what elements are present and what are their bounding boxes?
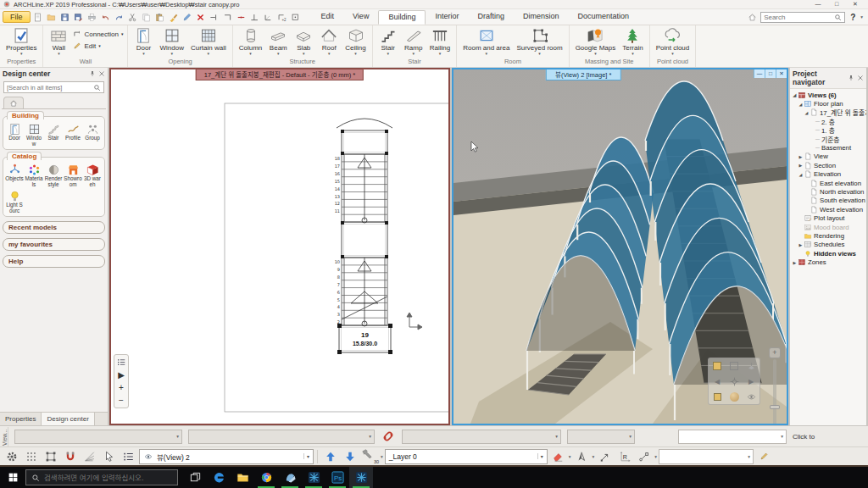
command-combo-1[interactable]: ▾ <box>14 430 182 444</box>
perspective-icon[interactable] <box>726 389 743 404</box>
panel-close-icon[interactable] <box>98 70 105 77</box>
eraser-dropdown-icon[interactable]: ▾ <box>569 454 571 459</box>
search-icon[interactable] <box>834 14 842 21</box>
view-side-tab[interactable]: View... <box>2 427 8 446</box>
print-button[interactable] <box>86 10 99 24</box>
panel-bar-recent-models[interactable]: Recent models <box>3 221 105 234</box>
save-as-button[interactable] <box>72 10 86 24</box>
ribbon-door-button[interactable]: Door▾ <box>131 26 156 56</box>
view-menu-icon[interactable] <box>117 358 126 367</box>
orbit-icon[interactable] <box>726 374 743 389</box>
settings-gear-button[interactable] <box>3 448 20 464</box>
menu-tab-dimension[interactable]: Dimension <box>514 10 569 25</box>
tree-item-zones[interactable]: ▶Zones <box>790 258 866 266</box>
taskbar-app-explorer[interactable] <box>231 467 254 488</box>
ribbon-roof-button[interactable]: Roof▾ <box>316 26 342 56</box>
ribbon-curtain-wall-button[interactable]: Curtain wall▾ <box>187 26 230 56</box>
close-icon[interactable]: ✕ <box>776 69 787 78</box>
new-file-button[interactable] <box>31 10 45 24</box>
active-view-combo[interactable]: 뷰(View) 2 ▾ <box>139 449 314 464</box>
tree-collapsed-arrow-icon[interactable]: ▶ <box>798 154 804 159</box>
edit-tool-button[interactable]: 30 <box>360 448 379 464</box>
tree-item-rendering[interactable]: Rendering <box>790 231 866 240</box>
ribbon-room-and-area-button[interactable]: Room and area▾ <box>459 26 513 56</box>
ribbon-railing-button[interactable]: Railing▾ <box>426 26 453 56</box>
tree-expanded-arrow-icon[interactable]: ◢ <box>798 172 804 177</box>
minimize-icon[interactable]: — <box>754 69 765 78</box>
select-cursor-button[interactable] <box>100 448 118 464</box>
plan-view-icon[interactable] <box>709 389 726 404</box>
tree-item-basement[interactable]: ─Basement <box>790 143 866 152</box>
snap-endpoint-button[interactable] <box>208 10 221 24</box>
format-brush-button[interactable] <box>167 10 181 24</box>
snap-coordinate-button[interactable]: +2 <box>275 10 289 24</box>
ribbon-beam-button[interactable]: Beam▾ <box>265 26 291 56</box>
command-combo-4[interactable]: ▾ <box>567 430 635 444</box>
zoom-in-icon[interactable]: + <box>116 383 127 392</box>
tree-expanded-arrow-icon[interactable]: ◢ <box>804 110 810 115</box>
zoom-handle[interactable] <box>770 405 780 409</box>
open-button[interactable] <box>45 10 58 24</box>
maximize-icon[interactable]: □ <box>827 0 846 8</box>
bottom-tab-design-center[interactable]: Design center <box>42 413 94 425</box>
tree-item-north-elevation[interactable]: North elevation <box>790 187 866 196</box>
floor-plan-canvas[interactable]: 1817161514131211 1098765432 19 15.8/30.0 <box>111 69 448 424</box>
design-center-home-tab[interactable] <box>3 97 24 108</box>
snap-corner-button[interactable] <box>221 10 235 24</box>
tree-item-plot-layout[interactable]: Plot layout <box>790 214 866 222</box>
save-button[interactable] <box>58 10 72 24</box>
command-combo-3[interactable]: ▾ <box>402 430 561 444</box>
pen-style-button[interactable] <box>755 448 773 464</box>
design-center-item-door[interactable]: Door <box>5 123 24 147</box>
taskbar-app-cad-viewer[interactable] <box>278 467 302 488</box>
tree-item-[interactable]: ─기준층 <box>790 135 866 143</box>
ribbon-stair-button[interactable]: Stair▾ <box>376 26 401 56</box>
search-icon[interactable] <box>93 84 101 92</box>
menu-tab-view[interactable]: View <box>343 10 378 25</box>
ribbon-surveyed-room-button[interactable]: Surveyed room▾ <box>513 26 565 56</box>
pin-icon[interactable] <box>89 70 96 77</box>
north-arrow-button[interactable] <box>573 448 591 464</box>
viewport-2d[interactable]: 17_계단 위 돌출지붕_재편집 - Default - 기준층 (0 mm) … <box>109 68 450 425</box>
close-icon[interactable]: ✕ <box>846 0 865 8</box>
tree-collapsed-arrow-icon[interactable]: ▶ <box>798 242 804 247</box>
search-input[interactable] <box>764 14 834 21</box>
tree-item-view[interactable]: ▶View <box>790 152 866 161</box>
shadow-view-icon[interactable] <box>743 358 760 374</box>
task-view-button[interactable] <box>183 467 207 488</box>
design-center-item-profile[interactable]: Profile <box>64 123 82 147</box>
grid-settings-button[interactable] <box>289 10 303 24</box>
tree-item-section[interactable]: ▶Section <box>790 161 866 169</box>
ribbon-point-cloud-button[interactable]: Point cloud▾ <box>653 26 693 56</box>
ribbon-edit-button[interactable]: Edit▾ <box>73 42 123 50</box>
delete-button[interactable] <box>194 10 208 24</box>
taskbar-app-chrome[interactable] <box>254 467 278 488</box>
ribbon-ramp-button[interactable]: Ramp▾ <box>401 26 426 56</box>
zoom-out-icon[interactable]: − <box>116 396 127 405</box>
ribbon-properties-button[interactable]: Properties▾ <box>3 26 40 56</box>
rotate-right-icon[interactable]: ▶ <box>743 374 760 389</box>
tool-dropdown-icon[interactable]: ▾ <box>381 454 383 459</box>
design-center-item-render-style[interactable]: Render style <box>44 164 63 188</box>
design-center-item-objects[interactable]: Objects <box>5 164 24 188</box>
north-dropdown-icon[interactable]: ▾ <box>593 454 595 459</box>
viewport-3d[interactable]: 뷰(View) 2 [Image] * — □ ✕ <box>452 68 788 425</box>
home-icon[interactable] <box>748 13 757 22</box>
snap-midline-button[interactable] <box>235 10 248 24</box>
taskbar-app-archline[interactable] <box>349 467 373 488</box>
snap-angle-button[interactable] <box>262 10 275 24</box>
zoom-in-icon[interactable]: + <box>769 347 781 358</box>
layer-combo[interactable]: _Layer 0 ▾ <box>385 449 548 464</box>
panel-bar-help[interactable]: Help <box>3 255 105 268</box>
taskbar-search-input[interactable] <box>44 474 172 482</box>
design-center-item-showroom[interactable]: Showroom <box>64 164 82 188</box>
floor-up-button[interactable] <box>321 448 339 464</box>
ribbon-ceiling-button[interactable]: Ceiling▾ <box>342 26 369 56</box>
tree-item-elevation[interactable]: ◢Elevation <box>790 170 866 179</box>
design-center-item-light-sourc[interactable]: Light Sourc <box>5 190 24 214</box>
design-center-item-stair[interactable]: Stair <box>44 123 63 147</box>
guide-lines-button[interactable] <box>81 448 98 464</box>
ribbon-google-maps-button[interactable]: Google Maps▾ <box>572 26 620 56</box>
paste-button[interactable] <box>153 10 167 24</box>
cut-button[interactable] <box>126 10 140 24</box>
